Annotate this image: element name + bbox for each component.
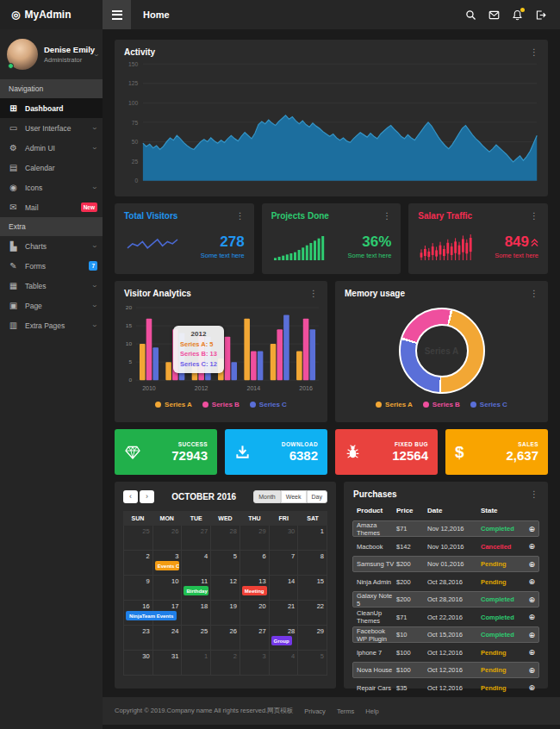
expand-row-icon[interactable]: ⊕ (524, 683, 535, 692)
calendar-event[interactable]: Birthday (184, 586, 208, 595)
calendar-event[interactable]: NinjaTeam Events (126, 611, 177, 620)
expand-row-icon[interactable]: ⊕ (524, 666, 535, 675)
calendar-day-cell[interactable]: 18 (182, 601, 211, 626)
calendar-day-cell[interactable]: 8 (298, 551, 327, 576)
expand-row-icon[interactable]: ⊕ (524, 595, 535, 604)
calendar-event[interactable]: Meeting (242, 586, 267, 595)
table-row[interactable]: CleanUp Themes$71Oct 22,2016Completed⊕ (352, 609, 539, 626)
calendar-day-cell[interactable]: 29 (240, 526, 270, 551)
calendar-day-cell[interactable]: 30 (124, 651, 153, 676)
kebab-menu-icon[interactable]: ⋮ (530, 48, 538, 57)
visitor-analytics-bar-chart[interactable]: 051015202010201220142016 2012 Series A: … (120, 302, 322, 400)
expand-row-icon[interactable]: ⊕ (524, 631, 535, 639)
calendar-day-cell[interactable]: 9 (124, 576, 153, 601)
calendar-day-cell[interactable]: 2 (124, 551, 153, 576)
sidebar-item-page[interactable]: ▣Page› (0, 296, 103, 315)
sidebar-item-admin-ui[interactable]: ⚙Admin UI› (0, 138, 103, 158)
footer-link-terms[interactable]: Terms (337, 707, 354, 715)
footer-link-privacy[interactable]: Privacy (304, 707, 326, 715)
expand-row-icon[interactable]: ⊕ (524, 542, 535, 551)
calendar-day-cell[interactable]: 22 (298, 601, 327, 626)
calendar-day-cell[interactable]: 7 (270, 551, 299, 576)
calendar-day-cell[interactable]: 12 (211, 576, 240, 601)
footer-link-help[interactable]: Help (365, 707, 378, 715)
calendar-day-cell[interactable]: 5 (298, 651, 327, 676)
table-row[interactable]: Nova House$100Oct 12,2016Pending⊕ (352, 662, 539, 678)
calendar-day-cell[interactable]: 31 (153, 651, 183, 676)
calendar-day-cell[interactable]: 24 (153, 626, 183, 651)
table-row[interactable]: Macbook$142Nov 10,2016Cancelled⊕ (352, 539, 539, 555)
success-stat-card[interactable]: SUCCESS 72943 (115, 429, 217, 475)
expand-row-icon[interactable]: ⊕ (524, 648, 535, 657)
calendar-day-cell[interactable]: 29 (298, 626, 327, 651)
table-row[interactable]: Facebook WP Plugin$10Oct 15,2016Complete… (352, 626, 539, 643)
download-stat-card[interactable]: DOWNLOAD 6382 (225, 429, 327, 475)
calendar-day-cell[interactable]: 6 (240, 551, 270, 576)
sidebar-item-extra-pages[interactable]: ▥Extra Pages› (0, 315, 103, 335)
kebab-menu-icon[interactable]: ⋮ (530, 490, 538, 499)
sidebar-item-user-interface[interactable]: ▭User Interface› (0, 118, 103, 138)
calendar-day-cell[interactable]: 28Group (270, 626, 299, 651)
expand-row-icon[interactable]: ⊕ (524, 577, 535, 586)
calendar-day-cell[interactable]: 10 (153, 576, 183, 601)
sidebar-item-tables[interactable]: ▦Tables› (0, 276, 103, 296)
calendar-day-cell[interactable]: 25 (124, 526, 153, 551)
calendar-day-cell[interactable]: 3Events C (153, 551, 183, 576)
hamburger-menu-button[interactable] (103, 0, 131, 29)
calendar-day-cell[interactable]: 26 (153, 526, 183, 551)
calendar-day-cell[interactable]: 2 (211, 651, 240, 676)
table-row[interactable]: Iphone 7$100Oct 12,2016Pending⊕ (352, 645, 539, 661)
table-row[interactable]: Repair Cars$35Oct 12,2016Pending⊕ (352, 680, 539, 696)
search-icon[interactable] (465, 9, 476, 21)
legend-item[interactable]: Series B (202, 401, 240, 408)
calendar-day-cell[interactable]: 1 (298, 526, 327, 551)
kebab-menu-icon[interactable]: ⋮ (309, 290, 318, 298)
calendar-day-cell[interactable]: 26 (211, 626, 240, 651)
memory-donut-chart[interactable]: Series A (335, 302, 548, 400)
calendar-day-cell[interactable]: 19 (211, 601, 240, 626)
calendar-day-cell[interactable]: 27 (182, 526, 211, 551)
calendar-day-cell[interactable]: 28 (211, 526, 240, 551)
calendar-next-button[interactable]: › (140, 490, 154, 503)
activity-area-chart[interactable]: 1501251007550250 (121, 60, 541, 188)
chevron-down-icon[interactable]: › (92, 54, 101, 57)
kebab-menu-icon[interactable]: ⋮ (530, 290, 538, 298)
calendar-day-cell[interactable]: 14 (270, 576, 299, 601)
user-panel[interactable]: Denise Emily Administrator › (0, 29, 103, 79)
calendar-day-cell[interactable]: 11Birthday (182, 576, 211, 601)
sidebar-item-forms[interactable]: ✎Forms7 (0, 256, 103, 276)
calendar-day-cell[interactable]: 15 (298, 576, 327, 601)
calendar-view-week[interactable]: Week (281, 490, 307, 503)
expand-row-icon[interactable]: ⊕ (524, 525, 535, 533)
table-row[interactable]: Galaxy Note 5$200Oct 28,2016Completed⊕ (352, 591, 539, 608)
calendar-day-cell[interactable]: 21 (270, 601, 299, 626)
sidebar-item-charts[interactable]: ▙Charts› (0, 236, 103, 256)
kebab-menu-icon[interactable]: ⋮ (383, 212, 391, 221)
legend-item[interactable]: Series C (250, 401, 287, 408)
legend-item[interactable]: Series B (423, 401, 460, 408)
bell-icon[interactable] (512, 9, 523, 21)
calendar-event[interactable]: Group (271, 636, 292, 645)
calendar-view-day[interactable]: Day (307, 490, 327, 503)
table-row[interactable]: Ninja Admin$200Oct 28,2016Pending⊕ (352, 574, 539, 590)
calendar-day-cell[interactable]: 27 (240, 626, 270, 651)
calendar-day-cell[interactable]: 4 (270, 651, 299, 676)
expand-row-icon[interactable]: ⊕ (524, 560, 535, 569)
sidebar-item-mail[interactable]: ✉MailNew (0, 197, 103, 217)
legend-item[interactable]: Series A (376, 401, 413, 408)
mail-icon[interactable] (488, 9, 500, 21)
calendar-day-cell[interactable]: 1 (182, 651, 211, 676)
table-row[interactable]: Samsung TV$200Nov 01,2016Pending⊕ (352, 556, 539, 572)
table-row[interactable]: Amaza Themes$71Nov 12,2016Completed⊕ (352, 520, 539, 537)
calendar-day-cell[interactable]: 20 (240, 601, 270, 626)
calendar-view-month[interactable]: Month (253, 490, 280, 503)
calendar-day-cell[interactable]: 3 (240, 651, 270, 676)
expand-row-icon[interactable]: ⊕ (524, 613, 535, 621)
calendar-day-cell[interactable]: 5 (211, 551, 240, 576)
sidebar-item-dashboard[interactable]: ⊞Dashboard (0, 98, 103, 118)
logout-icon[interactable] (535, 9, 546, 21)
sidebar-item-calendar[interactable]: ▤Calendar (0, 158, 103, 178)
calendar-day-cell[interactable]: 4 (182, 551, 211, 576)
sidebar-item-icons[interactable]: ◉Icons› (0, 178, 103, 197)
kebab-menu-icon[interactable]: ⋮ (530, 212, 538, 221)
